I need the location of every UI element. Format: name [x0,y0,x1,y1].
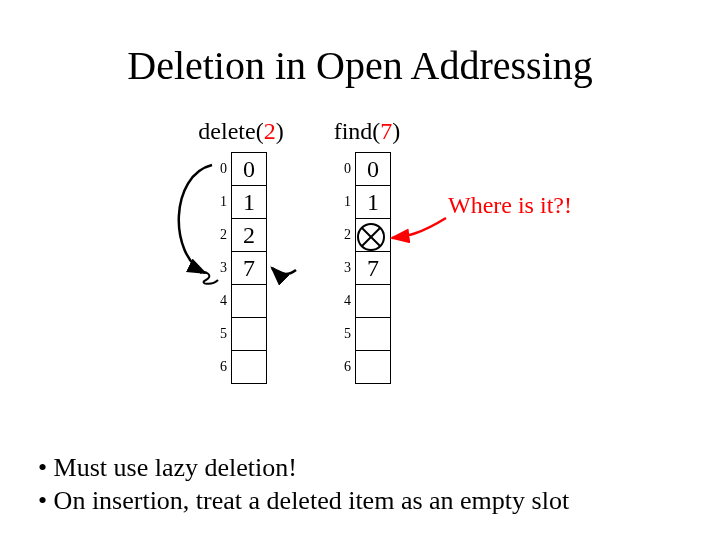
short-back-arrow-icon [272,268,296,274]
right-idx-1: 1 [336,186,356,219]
left-cell-3: 7 [232,252,267,285]
right-idx-0: 0 [336,153,356,186]
left-idx-5: 5 [212,318,232,351]
annotation-text: Where is it?! [448,192,572,219]
right-header-prefix: find( [334,118,381,144]
right-cell-6 [356,351,391,384]
right-idx-5: 5 [336,318,356,351]
left-cell-4 [232,285,267,318]
left-cell-0: 0 [232,153,267,186]
left-cell-5 [232,318,267,351]
probe-curve-icon [179,165,212,273]
bullet-list: Must use lazy deletion! On insertion, tr… [38,452,569,517]
left-idx-4: 4 [212,285,232,318]
left-cell-1: 1 [232,186,267,219]
left-table: 00 11 22 37 4 5 6 [212,152,267,384]
right-table: 00 11 2 37 4 5 6 [336,152,391,384]
left-cell-2: 2 [232,219,267,252]
left-cell-6 [232,351,267,384]
right-idx-4: 4 [336,285,356,318]
right-cell-1: 1 [356,186,391,219]
left-idx-2: 2 [212,219,232,252]
right-header-arg: 7 [380,118,392,144]
right-idx-3: 3 [336,252,356,285]
left-idx-1: 1 [212,186,232,219]
page-title: Deletion in Open Addressing [0,42,720,89]
right-cell-3: 7 [356,252,391,285]
left-header-suffix: ) [276,118,284,144]
left-header-arg: 2 [264,118,276,144]
right-cell-2 [356,219,391,252]
annotation-arrow-icon [392,218,446,238]
right-idx-2: 2 [336,219,356,252]
left-header-prefix: delete( [198,118,263,144]
right-cell-5 [356,318,391,351]
left-idx-0: 0 [212,153,232,186]
bullet-1: Must use lazy deletion! [38,452,569,485]
bullet-2: On insertion, treat a deleted item as an… [38,485,569,518]
right-cell-0: 0 [356,153,391,186]
right-cell-4 [356,285,391,318]
right-header-suffix: ) [392,118,400,144]
left-idx-6: 6 [212,351,232,384]
right-header: find(7) [322,118,412,145]
left-idx-3: 3 [212,252,232,285]
right-idx-6: 6 [336,351,356,384]
left-header: delete(2) [186,118,296,145]
